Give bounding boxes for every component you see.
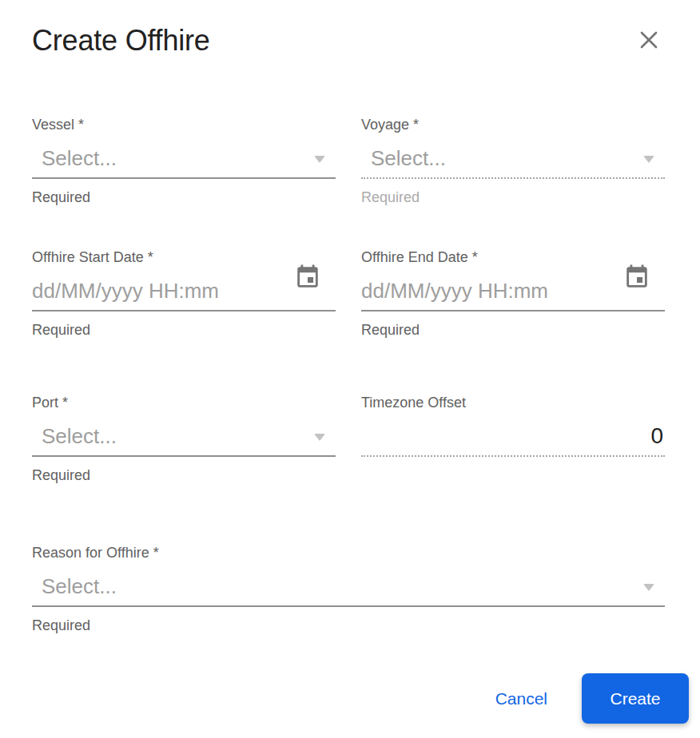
dialog-footer: Cancel Create xyxy=(32,673,689,724)
dialog-header: Create Offhire xyxy=(32,22,665,59)
vessel-select[interactable]: Select... xyxy=(32,139,336,179)
offhire-start-date-input[interactable] xyxy=(32,278,291,304)
vessel-label: Vessel * xyxy=(32,117,336,133)
dialog-title: Create Offhire xyxy=(32,22,210,59)
offhire-end-date-required-text: Required xyxy=(361,321,665,339)
create-offhire-dialog: Create Offhire Vessel * Select... Requir… xyxy=(0,0,700,738)
offhire-end-date-input[interactable] xyxy=(361,278,620,304)
offhire-start-date-label: Offhire Start Date * xyxy=(32,249,336,265)
row-vessel-voyage: Vessel * Select... Required Voyage * Sel… xyxy=(32,117,665,206)
calendar-icon xyxy=(623,281,650,293)
offhire-start-date-required-text: Required xyxy=(32,321,336,339)
offhire-end-date-field: Offhire End Date * Required xyxy=(361,249,665,339)
offhire-end-date-label: Offhire End Date * xyxy=(361,249,665,265)
offhire-start-date-control xyxy=(32,272,336,311)
port-select[interactable]: Select... xyxy=(32,417,336,457)
vessel-select-value: Select... xyxy=(32,145,117,171)
chevron-down-icon xyxy=(643,584,654,591)
chevron-down-icon xyxy=(643,156,654,163)
port-field: Port * Select... Required xyxy=(32,395,336,484)
timezone-offset-input xyxy=(361,423,665,449)
offhire-end-date-control xyxy=(361,272,665,311)
reason-for-offhire-required-text: Required xyxy=(32,617,665,634)
create-button[interactable]: Create xyxy=(582,673,689,724)
chevron-down-icon xyxy=(314,434,325,441)
voyage-select-value: Select... xyxy=(361,145,446,171)
vessel-required-text: Required xyxy=(32,188,336,206)
row-port-timezone: Port * Select... Required Timezone Offse… xyxy=(32,395,665,484)
row-reason: Reason for Offhire * Select... Required xyxy=(32,545,665,634)
cancel-button[interactable]: Cancel xyxy=(495,683,547,715)
port-required-text: Required xyxy=(32,466,336,484)
timezone-offset-label: Timezone Offset xyxy=(361,395,665,411)
vessel-field: Vessel * Select... Required xyxy=(32,117,336,206)
timezone-offset-field: Timezone Offset xyxy=(361,395,665,484)
voyage-label: Voyage * xyxy=(361,117,665,133)
close-button[interactable] xyxy=(638,29,660,51)
end-date-picker-button[interactable] xyxy=(623,264,650,291)
port-select-value: Select... xyxy=(32,423,117,449)
row-offhire-dates: Offhire Start Date * Required Offhire En… xyxy=(32,249,665,339)
voyage-select: Select... xyxy=(361,139,665,179)
chevron-down-icon xyxy=(314,156,325,163)
calendar-icon xyxy=(294,281,321,293)
voyage-field: Voyage * Select... Required xyxy=(361,117,665,206)
start-date-picker-button[interactable] xyxy=(294,264,321,291)
close-icon xyxy=(638,42,660,54)
port-label: Port * xyxy=(32,395,336,411)
reason-for-offhire-label: Reason for Offhire * xyxy=(32,545,665,561)
reason-for-offhire-field: Reason for Offhire * Select... Required xyxy=(32,545,665,634)
voyage-required-text: Required xyxy=(361,188,665,206)
reason-for-offhire-select-value: Select... xyxy=(32,573,117,599)
reason-for-offhire-select[interactable]: Select... xyxy=(32,567,665,607)
offhire-start-date-field: Offhire Start Date * Required xyxy=(32,249,336,339)
timezone-offset-control xyxy=(361,417,665,457)
